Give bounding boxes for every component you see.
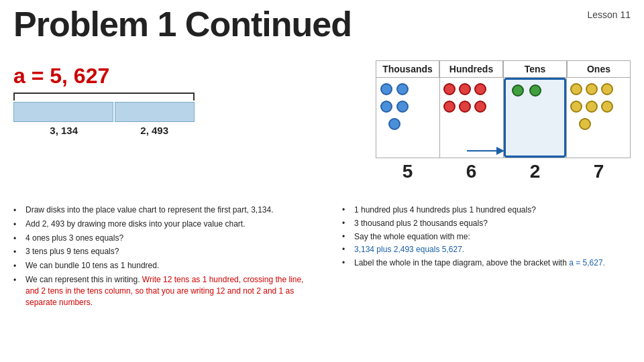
bullet-left-6: • We can represent this in writing. Writ… <box>13 274 309 308</box>
arrow-svg <box>464 141 504 161</box>
tape-bar-left <box>13 102 113 122</box>
header: Problem 1 Continued Lesson 11 <box>13 7 631 42</box>
header-tens: Tens <box>503 60 567 78</box>
bullet-right-1: • 1 hundred plus 4 hundreds plus 1 hundr… <box>342 204 631 216</box>
disk <box>474 83 486 95</box>
disk <box>601 101 613 113</box>
bullet-dot: • <box>342 244 352 255</box>
header-thousands: Thousands <box>376 60 439 78</box>
disk <box>380 101 392 113</box>
bullet-text: We can bundle 10 tens as 1 hundred. <box>25 260 159 272</box>
disk <box>586 83 598 95</box>
pv-body <box>376 78 631 158</box>
bullet-dot: • <box>342 257 352 269</box>
bullet-dot: • <box>342 218 352 229</box>
pv-headers: Thousands Hundreds Tens Ones <box>376 60 631 78</box>
bullet-text: Label the whole in the tape diagram, abo… <box>354 257 605 269</box>
pv-cell-tens <box>504 78 568 158</box>
bullet-dot: • <box>13 205 23 217</box>
equation-label: a = 5, 627 <box>13 64 208 88</box>
disk <box>459 83 471 95</box>
pv-cell-ones <box>567 78 630 158</box>
bullet-left-2: • Add 2, 493 by drawing more disks into … <box>13 219 309 231</box>
bullet-right-4: • 3,134 plus 2,493 equals 5,627. <box>342 244 631 255</box>
bullet-dot: • <box>13 219 23 231</box>
disk <box>396 101 409 113</box>
tape-bars <box>13 102 195 122</box>
disk <box>570 83 582 95</box>
header-hundreds: Hundreds <box>439 60 503 78</box>
bullet-left-3: • 4 ones plus 3 ones equals? <box>13 233 309 245</box>
tape-diagram: 3, 134 2, 493 <box>13 93 195 136</box>
bullet-left-1: • Draw disks into the place value chart … <box>13 204 309 217</box>
disk <box>601 83 613 95</box>
page-title: Problem 1 Continued <box>13 7 352 42</box>
bullet-right-5: • Label the whole in the tape diagram, a… <box>342 257 631 269</box>
bullet-dot: • <box>13 233 23 245</box>
bullet-left-4: • 3 tens plus 9 tens equals? <box>13 246 309 258</box>
place-value-chart: Thousands Hundreds Tens Ones <box>376 60 631 182</box>
bullet-text: We can represent this in writing. Write … <box>25 274 309 308</box>
disk <box>579 118 591 130</box>
bullet-dot: • <box>13 247 23 258</box>
bullet-text: Say the whole equation with me: <box>354 231 470 243</box>
disk <box>388 118 400 130</box>
disk <box>529 84 541 97</box>
header-ones: Ones <box>567 60 631 78</box>
tape-left-label: 3, 134 <box>13 125 114 136</box>
bullets-left: • Draw disks into the place value chart … <box>13 204 309 310</box>
pv-num-tens: 2 <box>503 161 567 182</box>
pv-num-hundreds: 6 <box>439 161 503 182</box>
left-section: a = 5, 627 3, 134 2, 493 <box>13 64 208 136</box>
disk <box>443 101 455 113</box>
tape-right-label: 2, 493 <box>114 125 195 136</box>
bullet-dot: • <box>342 231 352 243</box>
bullets-right: • 1 hundred plus 4 hundreds plus 1 hundr… <box>342 204 631 271</box>
bullet-text: 3 tens plus 9 tens equals? <box>25 246 119 257</box>
disk <box>474 101 486 113</box>
disk <box>396 83 409 95</box>
lesson-label: Lesson 11 <box>587 9 631 20</box>
bullet-dot: • <box>13 275 23 286</box>
tape-labels: 3, 134 2, 493 <box>13 125 195 136</box>
disk <box>586 101 598 113</box>
disk <box>443 83 455 95</box>
pv-num-thousands: 5 <box>376 161 439 182</box>
bullet-right-3: • Say the whole equation with me: <box>342 231 631 243</box>
bullet-text: 1 hundred plus 4 hundreds plus 1 hundred… <box>354 204 536 216</box>
bullet-text: 4 ones plus 3 ones equals? <box>25 233 123 244</box>
bullet-dot: • <box>13 261 23 272</box>
bullet-right-2: • 3 thousand plus 2 thousands equals? <box>342 218 631 229</box>
bullet-text: 3 thousand plus 2 thousands equals? <box>354 218 488 229</box>
bullet-text: Add 2, 493 by drawing more disks into yo… <box>25 219 246 230</box>
disk <box>512 84 524 97</box>
bullet-dot: • <box>342 204 352 216</box>
bullet-text: 3,134 plus 2,493 equals 5,627. <box>354 244 464 255</box>
disk <box>380 83 392 95</box>
bullet-text: Draw disks into the place value chart to… <box>25 204 274 216</box>
disk <box>459 101 471 113</box>
pv-numbers: 5 6 2 7 <box>376 161 631 182</box>
disk <box>570 101 582 113</box>
pv-num-ones: 7 <box>567 161 631 182</box>
tape-bracket <box>13 93 195 101</box>
bullet-left-5: • We can bundle 10 tens as 1 hundred. <box>13 260 309 272</box>
tape-bar-right <box>115 102 195 122</box>
pv-cell-thousands <box>376 78 440 158</box>
